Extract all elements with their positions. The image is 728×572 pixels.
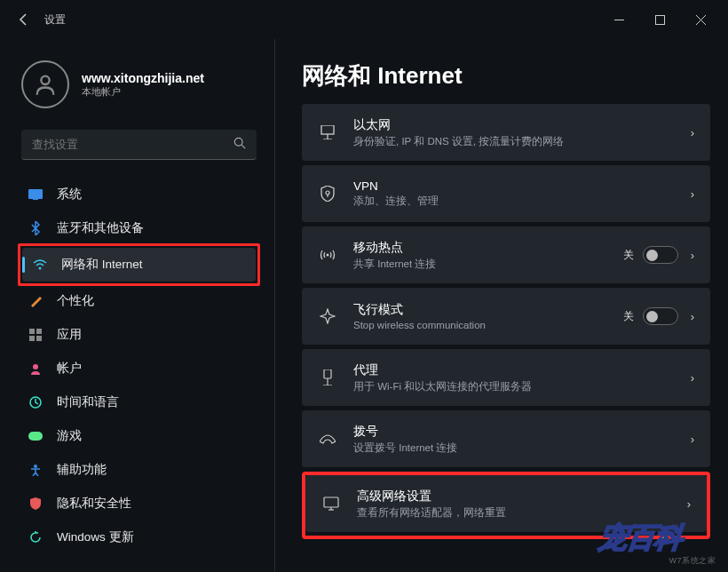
- card-title: 移动热点: [353, 240, 623, 256]
- nav-apps[interactable]: 应用: [18, 318, 260, 352]
- nav-label: 蓝牙和其他设备: [57, 220, 144, 236]
- brush-icon: [27, 292, 44, 310]
- ethernet-icon: [318, 125, 337, 139]
- nav-gaming[interactable]: 游戏: [18, 419, 260, 453]
- page-title: 网络和 Internet: [302, 60, 710, 91]
- svg-point-3: [234, 138, 242, 146]
- dialup-icon: [318, 433, 337, 445]
- system-icon: [27, 186, 44, 203]
- chevron-right-icon: ›: [691, 126, 694, 139]
- apps-icon: [27, 326, 44, 344]
- proxy-icon: [318, 369, 337, 385]
- svg-rect-6: [33, 199, 38, 200]
- nav-system[interactable]: 系统: [18, 178, 260, 211]
- nav-highlight-network: 网络和 Internet: [18, 243, 260, 286]
- user-icon: [33, 72, 58, 97]
- nav-label: 应用: [57, 327, 82, 343]
- nav-network[interactable]: 网络和 Internet: [22, 248, 256, 282]
- card-subtitle: 身份验证, IP 和 DNS 设置, 按流量计费的网络: [353, 135, 678, 148]
- close-icon: [696, 15, 706, 25]
- user-section[interactable]: www.xitongzhijia.net 本地帐户: [14, 39, 264, 126]
- svg-line-4: [241, 145, 245, 148]
- card-title: 飞行模式: [353, 302, 623, 318]
- svg-point-7: [39, 267, 42, 270]
- nav-label: 时间和语言: [57, 394, 119, 410]
- monitor-icon: [321, 497, 341, 511]
- svg-rect-22: [324, 369, 331, 378]
- wifi-icon: [31, 256, 49, 274]
- hotspot-icon: [318, 249, 337, 261]
- search-input[interactable]: [32, 138, 233, 151]
- chevron-right-icon: ›: [691, 249, 694, 262]
- maximize-icon: [655, 15, 665, 25]
- svg-rect-25: [324, 497, 338, 507]
- accounts-icon: [27, 360, 44, 377]
- main-content: 网络和 Internet 以太网 身份验证, IP 和 DNS 设置, 按流量计…: [275, 39, 728, 572]
- svg-rect-16: [321, 125, 334, 134]
- card-subtitle: 设置拨号 Internet 连接: [353, 441, 678, 455]
- card-title: VPN: [353, 179, 678, 193]
- nav-label: Windows 更新: [57, 529, 134, 545]
- svg-rect-5: [28, 189, 43, 199]
- nav: 系统 蓝牙和其他设备 网络和 Internet 个性化 应用: [14, 174, 264, 558]
- maximize-button[interactable]: [639, 5, 680, 34]
- nav-personalization[interactable]: 个性化: [18, 284, 260, 318]
- card-subtitle: 查看所有网络适配器，网络重置: [357, 506, 675, 520]
- svg-point-21: [327, 254, 329, 257]
- airplane-icon: [318, 308, 337, 324]
- nav-windows-update[interactable]: Windows 更新: [18, 520, 260, 554]
- card-ethernet[interactable]: 以太网 身份验证, IP 和 DNS 设置, 按流量计费的网络 ›: [302, 104, 710, 161]
- card-title: 拨号: [353, 424, 678, 440]
- search-icon: [233, 137, 246, 152]
- card-hotspot[interactable]: 移动热点 共享 Internet 连接 关 ›: [302, 226, 710, 283]
- nav-time-language[interactable]: 时间和语言: [18, 385, 260, 419]
- svg-rect-1: [655, 15, 664, 24]
- card-subtitle: Stop wireless communication: [353, 320, 623, 330]
- card-vpn[interactable]: VPN 添加、连接、管理 ›: [302, 165, 710, 222]
- svg-rect-11: [36, 336, 42, 341]
- bluetooth-icon: [27, 219, 44, 237]
- nav-label: 游戏: [57, 428, 82, 444]
- minimize-icon: [614, 15, 624, 25]
- nav-label: 个性化: [57, 293, 94, 309]
- svg-point-2: [41, 76, 49, 84]
- airplane-toggle[interactable]: [643, 307, 678, 325]
- card-title: 以太网: [353, 117, 678, 133]
- svg-rect-14: [28, 432, 43, 441]
- accessibility-icon: [27, 461, 44, 479]
- svg-rect-9: [36, 329, 42, 334]
- nav-label: 系统: [57, 187, 82, 203]
- toggle-label: 关: [623, 309, 634, 324]
- nav-privacy[interactable]: 隐私和安全性: [18, 487, 260, 520]
- card-proxy[interactable]: 代理 用于 Wi-Fi 和以太网连接的代理服务器 ›: [302, 349, 710, 406]
- user-name: www.xitongzhijia.net: [82, 71, 204, 85]
- nav-accessibility[interactable]: 辅助功能: [18, 453, 260, 487]
- nav-label: 辅助功能: [57, 462, 107, 478]
- arrow-left-icon: [17, 12, 31, 27]
- toggle-label: 关: [623, 248, 634, 263]
- search-box[interactable]: [21, 130, 257, 160]
- user-subtitle: 本地帐户: [82, 85, 204, 99]
- card-airplane[interactable]: 飞行模式 Stop wireless communication 关 ›: [302, 288, 710, 345]
- chevron-right-icon: ›: [691, 310, 694, 323]
- nav-accounts[interactable]: 帐户: [18, 352, 260, 385]
- svg-point-15: [34, 465, 37, 468]
- chevron-right-icon: ›: [691, 187, 694, 201]
- card-subtitle: 添加、连接、管理: [353, 195, 678, 208]
- svg-point-12: [33, 364, 38, 369]
- minimize-button[interactable]: [598, 5, 639, 34]
- nav-bluetooth[interactable]: 蓝牙和其他设备: [18, 211, 260, 245]
- clock-icon: [27, 393, 44, 411]
- titlebar: 设置: [0, 0, 728, 39]
- nav-label: 网络和 Internet: [61, 257, 143, 273]
- nav-label: 隐私和安全性: [57, 496, 131, 512]
- back-button[interactable]: [7, 3, 41, 36]
- chevron-right-icon: ›: [687, 497, 691, 511]
- card-subtitle: 共享 Internet 连接: [353, 258, 623, 271]
- close-button[interactable]: [680, 5, 721, 34]
- card-subtitle: 用于 Wi-Fi 和以太网连接的代理服务器: [353, 380, 678, 393]
- card-dialup[interactable]: 拨号 设置拨号 Internet 连接 ›: [302, 410, 710, 467]
- update-icon: [27, 528, 44, 546]
- vpn-shield-icon: [318, 186, 337, 202]
- hotspot-toggle[interactable]: [643, 246, 678, 264]
